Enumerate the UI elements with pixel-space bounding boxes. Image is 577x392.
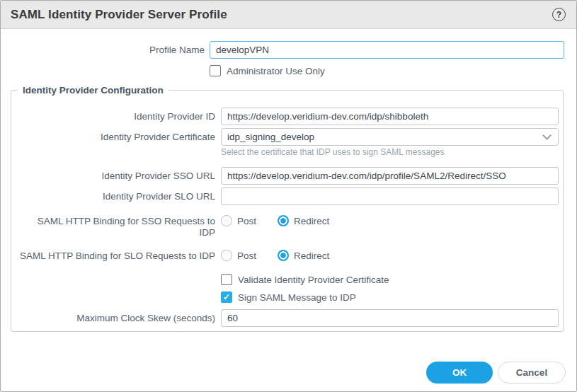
administrator-use-only-checkbox-row[interactable]: Administrator Use Only <box>210 65 564 76</box>
administrator-use-only-checkbox[interactable] <box>210 65 221 76</box>
clock-skew-label: Maximum Clock Skew (seconds) <box>11 313 215 324</box>
dialog-body: Profile Name Administrator Use Only Iden… <box>1 29 576 384</box>
idp-id-label: Identity Provider ID <box>11 111 215 122</box>
idp-certificate-row: Identity Provider Certificate idp_signin… <box>11 128 559 146</box>
sso-binding-radio-group: Post Redirect <box>221 215 559 226</box>
sso-binding-post-label: Post <box>237 216 256 226</box>
profile-name-row: Profile Name <box>1 41 564 59</box>
sso-binding-post-option[interactable]: Post <box>221 215 256 226</box>
slo-binding-label: SAML HTTP Binding for SLO Requests to ID… <box>11 250 215 262</box>
slo-binding-redirect-label: Redirect <box>294 250 329 261</box>
slo-binding-redirect-option[interactable]: Redirect <box>278 250 329 261</box>
idp-certificate-selected-value: idp_signing_develop <box>227 132 314 142</box>
dialog-title: SAML Identity Provider Server Profile <box>11 8 227 22</box>
slo-binding-redirect-radio[interactable] <box>278 250 289 261</box>
validate-idp-certificate-label: Validate Identity Provider Certificate <box>238 275 389 285</box>
profile-name-label: Profile Name <box>1 45 205 56</box>
dialog-header: SAML Identity Provider Server Profile ? <box>1 1 576 29</box>
dialog-footer: OK Cancel <box>1 362 566 384</box>
validate-idp-certificate-checkbox[interactable] <box>221 274 232 285</box>
sso-binding-row: SAML HTTP Binding for SSO Requests to ID… <box>11 215 559 238</box>
slo-binding-post-option[interactable]: Post <box>221 250 256 261</box>
profile-name-input[interactable] <box>210 41 564 59</box>
slo-binding-post-label: Post <box>237 250 256 261</box>
idp-id-input[interactable] <box>221 108 559 125</box>
sign-saml-message-checkbox-row[interactable]: Sign SAML Message to IDP <box>221 292 559 303</box>
sso-binding-redirect-radio[interactable] <box>278 215 289 226</box>
identity-provider-configuration-legend: Identity Provider Configuration <box>18 85 168 96</box>
help-icon[interactable]: ? <box>552 8 566 21</box>
ok-button[interactable]: OK <box>426 362 493 384</box>
sign-saml-message-label: Sign SAML Message to IDP <box>238 292 356 303</box>
idp-certificate-helper-row: Select the certificate that IDP uses to … <box>11 145 559 157</box>
slo-url-input[interactable] <box>221 188 559 205</box>
administrator-use-only-label: Administrator Use Only <box>227 66 325 76</box>
sso-binding-label: SAML HTTP Binding for SSO Requests to ID… <box>11 215 215 238</box>
slo-binding-radio-group: Post Redirect <box>221 250 559 261</box>
clock-skew-input[interactable] <box>221 309 559 327</box>
cancel-button[interactable]: Cancel <box>498 362 566 384</box>
sso-binding-redirect-option[interactable]: Redirect <box>278 215 329 226</box>
idp-certificate-label: Identity Provider Certificate <box>11 132 215 143</box>
sso-url-row: Identity Provider SSO URL <box>11 167 559 185</box>
idp-certificate-helper-text: Select the certificate that IDP uses to … <box>221 145 559 157</box>
sign-saml-row: Sign SAML Message to IDP <box>11 292 559 303</box>
sign-saml-message-checkbox[interactable] <box>221 292 232 303</box>
clock-skew-row: Maximum Clock Skew (seconds) <box>11 309 559 327</box>
validate-idp-certificate-checkbox-row[interactable]: Validate Identity Provider Certificate <box>221 274 559 285</box>
saml-idp-server-profile-dialog: SAML Identity Provider Server Profile ? … <box>0 0 577 392</box>
identity-provider-configuration-section: Identity Provider Configuration Identity… <box>11 85 564 332</box>
admin-use-only-row: Administrator Use Only <box>1 65 564 76</box>
slo-url-row: Identity Provider SLO URL <box>11 188 559 205</box>
sso-binding-redirect-label: Redirect <box>294 216 329 226</box>
validate-cert-row: Validate Identity Provider Certificate <box>11 274 559 285</box>
idp-certificate-select[interactable]: idp_signing_develop <box>221 128 559 146</box>
slo-url-label: Identity Provider SLO URL <box>11 191 215 202</box>
sso-url-input[interactable] <box>221 167 559 185</box>
idp-id-row: Identity Provider ID <box>11 108 559 125</box>
chevron-down-icon <box>542 131 552 140</box>
sso-binding-post-radio[interactable] <box>221 215 232 226</box>
slo-binding-row: SAML HTTP Binding for SLO Requests to ID… <box>11 250 559 262</box>
sso-url-label: Identity Provider SSO URL <box>11 171 215 182</box>
slo-binding-post-radio[interactable] <box>221 250 232 261</box>
